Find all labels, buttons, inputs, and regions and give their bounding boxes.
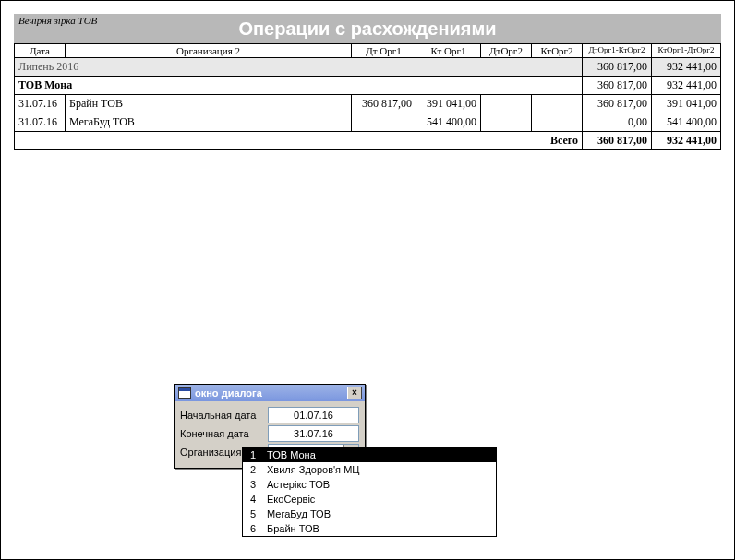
dialog-title-text: окно диалога	[195, 387, 262, 399]
cell-org: Брайн ТОВ	[66, 95, 352, 113]
form-icon	[178, 387, 191, 399]
report-owner-org: Вечірня зірка ТОВ	[18, 15, 97, 26]
cell-dt1: 360 817,00	[352, 95, 416, 113]
table-row: 31.07.16 МегаБуд ТОВ 541 400,00 0,00 541…	[15, 113, 721, 132]
col-ktorg2: КтОрг2	[532, 44, 583, 58]
end-date-field[interactable]: 31.07.16	[268, 425, 359, 442]
list-index: 3	[243, 477, 263, 492]
list-text: МегаБуд ТОВ	[263, 506, 496, 521]
list-text: Брайн ТОВ	[263, 521, 496, 536]
start-date-field[interactable]: 01.07.16	[268, 407, 359, 423]
list-index: 1	[243, 447, 263, 462]
totals-diff2: 932 441,00	[652, 132, 721, 150]
list-text: Хвиля Здоров'я МЦ	[263, 462, 496, 477]
cell-dt2	[481, 113, 532, 132]
col-dtorg1: Дт Орг1	[352, 44, 416, 58]
col-date: Дата	[15, 44, 66, 58]
col-ktorg1: Кт Орг1	[416, 44, 481, 58]
cell-date: 31.07.16	[15, 113, 66, 132]
org-diff1: 360 817,00	[583, 77, 652, 95]
cell-d7: 541 400,00	[652, 113, 721, 132]
cell-d6: 360 817,00	[583, 95, 652, 113]
list-item[interactable]: 6 Брайн ТОВ	[243, 521, 496, 536]
end-date-label: Конечная дата	[180, 428, 268, 439]
cell-d7: 391 041,00	[652, 95, 721, 113]
cell-date: 31.07.16	[15, 95, 66, 113]
table-row: 31.07.16 Брайн ТОВ 360 817,00 391 041,00…	[15, 95, 721, 113]
close-icon[interactable]: ×	[347, 387, 362, 399]
col-org2: Организация 2	[66, 44, 352, 58]
start-date-label: Начальная дата	[180, 410, 268, 421]
org-diff2: 932 441,00	[652, 77, 721, 95]
list-index: 4	[243, 492, 263, 506]
list-index: 2	[243, 462, 263, 477]
totals-diff1: 360 817,00	[583, 132, 652, 150]
cell-kt2	[532, 95, 583, 113]
month-diff1: 360 817,00	[583, 58, 652, 77]
col-dtorg2: ДтОрг2	[481, 44, 532, 58]
month-diff2: 932 441,00	[652, 58, 721, 77]
cell-org: МегаБуд ТОВ	[66, 113, 352, 132]
org-label: ТОВ Мона	[15, 77, 583, 95]
month-group-row: Липень 2016 360 817,00 932 441,00	[15, 58, 721, 77]
cell-kt2	[532, 113, 583, 132]
cell-dt2	[481, 95, 532, 113]
list-text: ЕкоСервіс	[263, 492, 496, 506]
list-text: ТОВ Мона	[263, 447, 496, 462]
cell-dt1	[352, 113, 416, 132]
report-title-bar: Вечірня зірка ТОВ Операции с расхождения…	[14, 14, 721, 43]
report-title: Операции с расхождениями	[14, 14, 721, 43]
cell-kt1: 541 400,00	[416, 113, 481, 132]
report-table: Дата Организация 2 Дт Орг1 Кт Орг1 ДтОрг…	[14, 43, 721, 150]
month-label: Липень 2016	[15, 58, 583, 77]
table-header-row: Дата Организация 2 Дт Орг1 Кт Орг1 ДтОрг…	[15, 44, 721, 58]
list-text: Астерікс ТОВ	[263, 477, 496, 492]
list-item[interactable]: 3 Астерікс ТОВ	[243, 477, 496, 492]
org-group-row: ТОВ Мона 360 817,00 932 441,00	[15, 77, 721, 95]
list-item[interactable]: 4 ЕкоСервіс	[243, 492, 496, 506]
list-item[interactable]: 2 Хвиля Здоров'я МЦ	[243, 462, 496, 477]
dialog-titlebar[interactable]: окно диалога ×	[175, 385, 365, 401]
totals-label: Всего	[15, 132, 583, 150]
list-index: 6	[243, 521, 263, 536]
totals-row: Всего 360 817,00 932 441,00	[15, 132, 721, 150]
cell-d6: 0,00	[583, 113, 652, 132]
col-diff2: КтОрг1-ДтОрг2	[652, 44, 721, 58]
cell-kt1: 391 041,00	[416, 95, 481, 113]
list-index: 5	[243, 506, 263, 521]
col-diff1: ДтОрг1-КтОрг2	[583, 44, 652, 58]
list-item[interactable]: 5 МегаБуд ТОВ	[243, 506, 496, 521]
org-dropdown-list[interactable]: 1 ТОВ Мона 2 Хвиля Здоров'я МЦ 3 Астерік…	[242, 447, 497, 537]
list-item[interactable]: 1 ТОВ Мона	[243, 447, 496, 462]
